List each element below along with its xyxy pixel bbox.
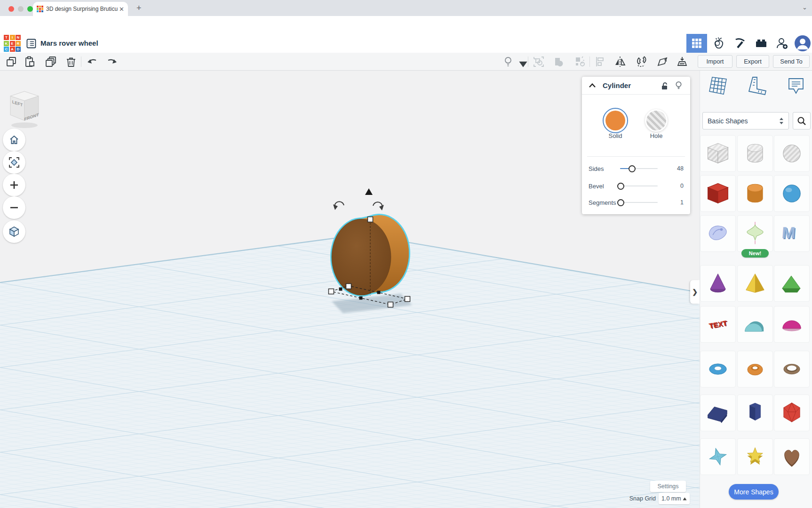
ruler-icon[interactable] xyxy=(677,56,688,67)
workplane-icon[interactable] xyxy=(657,56,668,67)
shape-spinner[interactable] xyxy=(737,215,773,252)
duplicate-icon[interactable] xyxy=(45,56,56,67)
shape-star4[interactable] xyxy=(700,438,736,475)
shape-icosahedron[interactable] xyxy=(774,395,810,431)
delete-icon[interactable] xyxy=(65,56,77,67)
bevel-slider[interactable] xyxy=(620,185,658,186)
shape-tube[interactable] xyxy=(774,351,810,387)
select-arrows-icon xyxy=(779,117,784,125)
hole-swatch[interactable] xyxy=(646,111,666,130)
snap-grid-label: Snap Grid xyxy=(610,495,656,502)
new-tab-button[interactable]: + xyxy=(136,4,142,12)
spinner-icon xyxy=(741,219,769,248)
bulb-dropdown-caret-icon[interactable] xyxy=(517,58,529,70)
send-to-button[interactable]: Send To xyxy=(773,55,810,68)
solid-swatch-selected-ring[interactable] xyxy=(603,108,628,133)
account-avatar[interactable] xyxy=(793,34,812,53)
logo-tile: C xyxy=(4,47,9,52)
design-menu-icon[interactable] xyxy=(26,39,36,48)
group-icon[interactable] xyxy=(533,56,544,67)
collapse-chevron-up-icon[interactable] xyxy=(589,83,596,88)
ungroup-icon[interactable] xyxy=(553,56,565,67)
move-up-handle[interactable] xyxy=(365,188,373,195)
notes-tool-button[interactable] xyxy=(785,74,807,97)
shape-roof[interactable] xyxy=(774,265,810,302)
sim-lab-button[interactable] xyxy=(709,34,728,53)
hide-bulb-icon[interactable] xyxy=(675,81,682,90)
snap-magnet-icon[interactable] xyxy=(636,56,647,67)
minecraft-export-button[interactable] xyxy=(731,34,749,53)
bevel-value: 0 xyxy=(668,183,684,189)
window-zoom-button[interactable] xyxy=(27,6,33,12)
copy-icon[interactable] xyxy=(6,56,17,67)
window-minimize-button[interactable] xyxy=(18,6,24,12)
logo-tile: I xyxy=(10,35,15,40)
shape-text[interactable]: TEXTTEXT xyxy=(700,306,736,343)
invite-collaborator-button[interactable] xyxy=(773,34,792,53)
shape-half-sphere[interactable] xyxy=(774,306,810,343)
grid-view-button[interactable] xyxy=(686,34,707,53)
tab-search-chevron-icon[interactable]: ⌄ xyxy=(802,4,807,10)
logo-tile: T xyxy=(4,35,9,40)
shape-hole-box[interactable] xyxy=(700,135,736,172)
panel-collapse-button[interactable]: ❯ xyxy=(690,280,700,304)
shape-pyramid[interactable] xyxy=(737,265,773,302)
align-icon[interactable] xyxy=(595,56,606,67)
perspective-toggle-button[interactable] xyxy=(3,220,25,243)
rotate-handle-right[interactable] xyxy=(373,202,384,210)
shape-text-letters[interactable]: MM xyxy=(774,215,810,252)
bevel-slider-knob[interactable] xyxy=(617,183,624,190)
shape-search-button[interactable] xyxy=(793,112,811,129)
shape-torus-thick[interactable] xyxy=(737,351,773,387)
zoom-in-button[interactable] xyxy=(3,174,25,196)
solid-swatch[interactable] xyxy=(605,111,625,130)
shape-round-roof[interactable] xyxy=(737,306,773,343)
settings-button[interactable]: Settings xyxy=(650,481,686,492)
snap-grid-select[interactable]: 1.0 mm xyxy=(659,493,690,504)
segments-slider-knob[interactable] xyxy=(617,199,624,206)
segments-slider[interactable] xyxy=(620,202,658,203)
browser-tab[interactable]: 3D design Surprising Bruticu ✕ xyxy=(33,2,128,16)
sim-lab-apple-icon xyxy=(712,37,725,50)
shape-sphere[interactable] xyxy=(774,175,810,212)
shape-torus[interactable] xyxy=(700,351,736,387)
ruler-tool-button[interactable] xyxy=(746,74,768,97)
bevel-label: Bevel xyxy=(589,183,604,190)
break-apart-icon[interactable] xyxy=(574,56,586,67)
import-button[interactable]: Import xyxy=(698,55,732,68)
window-close-button[interactable] xyxy=(8,6,14,12)
home-view-button[interactable] xyxy=(3,129,25,151)
zoom-out-button[interactable] xyxy=(3,196,25,219)
unlock-icon[interactable] xyxy=(661,82,669,90)
shape-cone[interactable] xyxy=(700,265,736,302)
show-all-bulb-icon[interactable] xyxy=(502,56,514,67)
sides-slider[interactable] xyxy=(620,168,658,169)
view-cube[interactable]: LEFT FRONT xyxy=(5,88,44,130)
shape-cylinder[interactable] xyxy=(737,175,773,212)
shape-hole-sphere[interactable] xyxy=(774,135,810,172)
fit-view-button[interactable] xyxy=(3,151,25,174)
undo-icon[interactable] xyxy=(87,56,98,67)
tab-close-icon[interactable]: ✕ xyxy=(119,6,124,12)
shape-heart[interactable] xyxy=(774,438,810,475)
shape-prism[interactable] xyxy=(737,395,773,431)
traffic-lights xyxy=(8,5,37,14)
sides-slider-knob[interactable] xyxy=(629,165,636,172)
redo-icon[interactable] xyxy=(106,56,117,67)
workplane-tool-button[interactable] xyxy=(707,74,729,97)
shape-box[interactable] xyxy=(700,175,736,212)
lego-export-button[interactable] xyxy=(752,34,771,53)
shape-category-select[interactable]: Basic Shapes xyxy=(702,112,789,129)
rotate-handle-left[interactable] xyxy=(333,202,344,210)
more-shapes-button[interactable]: More Shapes xyxy=(729,484,779,500)
tinkercad-logo[interactable]: TINKERCAD xyxy=(4,35,21,52)
shape-polygon[interactable] xyxy=(700,395,736,431)
shape-scribble[interactable] xyxy=(700,215,736,252)
hole-swatch-ring[interactable] xyxy=(645,109,668,132)
paste-icon[interactable] xyxy=(24,56,35,67)
export-button[interactable]: Export xyxy=(736,55,769,68)
divider xyxy=(528,56,528,67)
shape-hole-cylinder[interactable] xyxy=(737,135,773,172)
shape-star[interactable] xyxy=(737,438,773,475)
mirror-icon[interactable] xyxy=(614,56,626,67)
